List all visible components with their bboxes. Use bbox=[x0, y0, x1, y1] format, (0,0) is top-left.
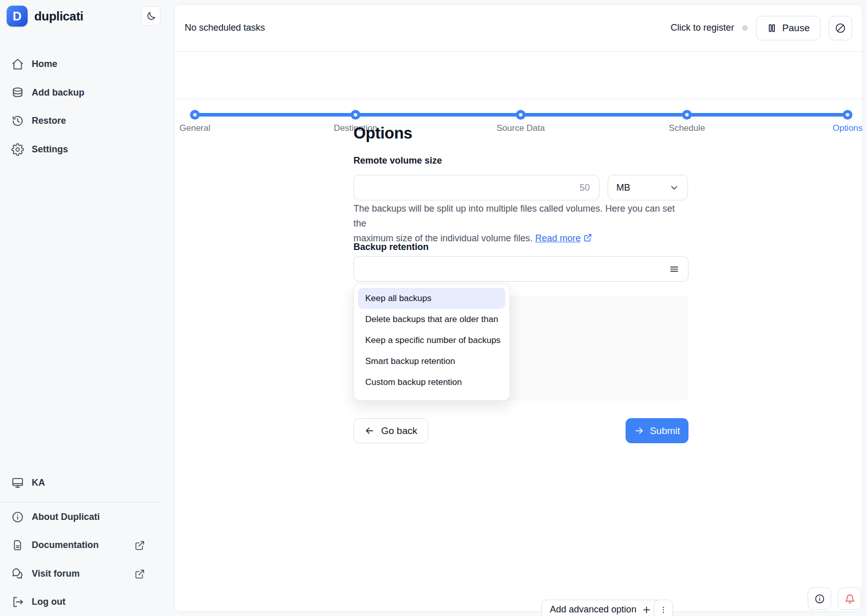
sidebar-item-settings[interactable]: Settings bbox=[11, 143, 163, 156]
backup-retention-dropdown: Keep all backups Delete backups that are… bbox=[353, 283, 510, 401]
dropdown-option-keep-all-backups[interactable]: Keep all backups bbox=[358, 288, 505, 309]
sidebar-divider bbox=[0, 502, 163, 503]
backup-retention-label: Backup retention bbox=[353, 242, 429, 253]
dropdown-option-delete-older-than[interactable]: Delete backups that are older than bbox=[358, 309, 505, 330]
chevron-down-icon bbox=[669, 182, 679, 193]
chat-icon bbox=[11, 567, 24, 580]
external-link-icon bbox=[134, 568, 145, 580]
sidebar-item-label: About Duplicati bbox=[32, 512, 100, 522]
server-info-button[interactable] bbox=[808, 587, 831, 610]
gear-icon bbox=[11, 143, 24, 156]
kebab-menu-icon bbox=[654, 605, 673, 614]
add-advanced-option-label: Add advanced option bbox=[550, 604, 636, 615]
add-advanced-option-button[interactable]: Add advanced option bbox=[541, 600, 660, 616]
retention-menu-icon[interactable] bbox=[669, 263, 680, 275]
remote-volume-help-text: The backups will be split up into multip… bbox=[353, 201, 685, 246]
monitor-icon bbox=[11, 476, 24, 489]
info-icon bbox=[808, 594, 831, 604]
sidebar-item-add-backup[interactable]: Add backup bbox=[11, 86, 163, 99]
logout-icon bbox=[11, 596, 24, 608]
sidebar-item-label: Restore bbox=[32, 116, 66, 126]
sidebar: D duplicati Home Add backup Restore Sett… bbox=[0, 0, 174, 616]
dropdown-option-custom-retention[interactable]: Custom backup retention bbox=[358, 372, 505, 393]
sidebar-item-restore[interactable]: Restore bbox=[11, 115, 163, 127]
external-link-icon bbox=[134, 540, 145, 551]
arrow-right-icon bbox=[634, 425, 644, 436]
theme-toggle-button[interactable] bbox=[141, 6, 161, 26]
volume-unit-value: MB bbox=[616, 182, 630, 193]
remote-volume-size-label: Remote volume size bbox=[353, 155, 442, 166]
sidebar-item-label: Visit forum bbox=[32, 568, 80, 579]
sidebar-item-label: Log out bbox=[32, 597, 65, 607]
app-logo[interactable]: D duplicati bbox=[7, 6, 83, 27]
dropdown-option-keep-specific-number[interactable]: Keep a specific number of backups bbox=[358, 330, 505, 351]
app-title: duplicati bbox=[34, 9, 83, 24]
sidebar-item-label: Settings bbox=[32, 144, 68, 155]
submit-button[interactable]: Submit bbox=[626, 418, 688, 443]
remote-volume-size-value: 50 bbox=[580, 182, 590, 193]
bell-icon bbox=[838, 594, 861, 604]
dropdown-option-smart-retention[interactable]: Smart backup retention bbox=[358, 351, 505, 372]
go-back-button[interactable]: Go back bbox=[353, 418, 428, 443]
options-step-content: Options Remote volume size 50 MB The bac… bbox=[174, 5, 862, 611]
go-back-label: Go back bbox=[381, 425, 417, 437]
home-icon bbox=[11, 58, 24, 71]
advanced-options-kebab-button[interactable] bbox=[654, 600, 673, 616]
sidebar-item-home[interactable]: Home bbox=[11, 58, 163, 71]
backup-retention-input[interactable] bbox=[353, 256, 688, 282]
notifications-button[interactable] bbox=[838, 587, 861, 610]
main-panel: No scheduled tasks Click to register Pau… bbox=[174, 4, 863, 612]
remote-volume-size-input[interactable]: 50 bbox=[353, 175, 599, 200]
submit-label: Submit bbox=[650, 425, 680, 437]
moon-icon bbox=[146, 11, 157, 21]
page-title: Options bbox=[353, 124, 412, 143]
sidebar-item-label: Home bbox=[32, 59, 57, 70]
duplicati-logo-icon: D bbox=[7, 6, 28, 27]
arrow-left-icon bbox=[364, 425, 375, 436]
document-icon bbox=[11, 539, 24, 552]
read-more-link[interactable]: Read more bbox=[535, 233, 581, 243]
sidebar-item-label: Documentation bbox=[32, 540, 99, 551]
sidebar-item-label: KA bbox=[32, 477, 45, 488]
sidebar-item-logout[interactable]: Log out bbox=[11, 596, 163, 608]
sidebar-item-documentation[interactable]: Documentation bbox=[11, 539, 163, 552]
plus-icon bbox=[641, 605, 652, 615]
info-icon bbox=[11, 511, 24, 523]
sidebar-item-visit-forum[interactable]: Visit forum bbox=[11, 567, 163, 580]
sidebar-item-label: Add backup bbox=[32, 87, 84, 98]
external-link-icon bbox=[583, 233, 592, 242]
history-icon bbox=[11, 115, 24, 127]
database-icon bbox=[11, 86, 24, 99]
sidebar-item-machine[interactable]: KA bbox=[11, 476, 163, 489]
volume-unit-select[interactable]: MB bbox=[608, 175, 688, 200]
sidebar-item-about[interactable]: About Duplicati bbox=[11, 511, 163, 523]
